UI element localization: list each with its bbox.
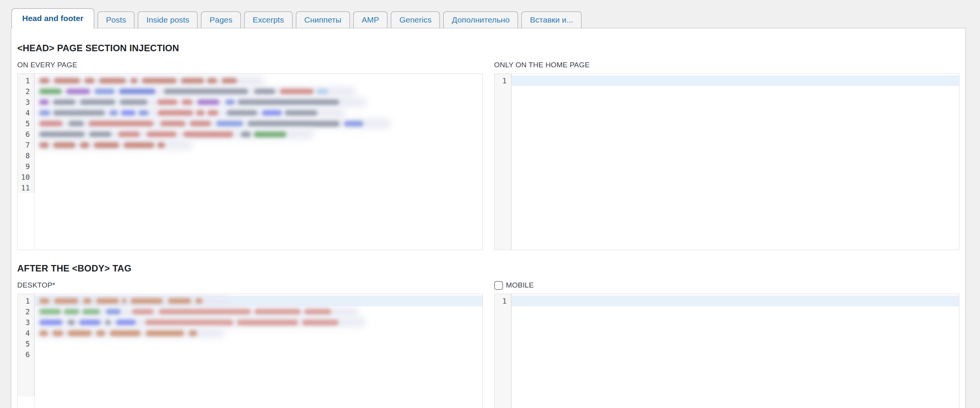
blurred-code-token bbox=[106, 309, 121, 315]
blurred-code-token bbox=[216, 121, 243, 127]
blurred-code-token bbox=[85, 78, 95, 84]
blurred-code-token bbox=[39, 309, 61, 315]
line-number: 1 bbox=[18, 296, 34, 306]
blurred-code-token bbox=[183, 132, 233, 137]
field-home-page-only: ONLY ON THE HOME PAGE 1 bbox=[494, 60, 960, 250]
tab-head-and-footer[interactable]: Head and footer bbox=[11, 8, 94, 28]
line-number: 7 bbox=[18, 140, 34, 150]
editor-code[interactable] bbox=[35, 294, 482, 408]
editor-gutter: 1 bbox=[495, 294, 511, 408]
code-line bbox=[35, 317, 482, 328]
blurred-code-token bbox=[158, 110, 193, 116]
blurred-code-token bbox=[145, 320, 233, 325]
mobile-checkbox[interactable] bbox=[494, 281, 503, 290]
blurred-code-token bbox=[122, 298, 126, 304]
on-every-page-label: ON EVERY PAGE bbox=[17, 60, 483, 70]
editor-code[interactable] bbox=[35, 74, 482, 250]
blurred-code-token bbox=[53, 99, 75, 105]
blurred-code-token bbox=[39, 298, 49, 304]
tab-дополнительно[interactable]: Дополнительно bbox=[443, 11, 518, 28]
blurred-code-token bbox=[131, 78, 137, 84]
code-editor-home-page[interactable]: 1 bbox=[494, 73, 960, 250]
blurred-code-token bbox=[146, 330, 184, 336]
after-body-row: DESKTOP* 123456 MOBILE 1 bbox=[17, 280, 959, 408]
line-number: 6 bbox=[18, 349, 34, 360]
blurred-code-token bbox=[207, 78, 217, 84]
blurred-code-token bbox=[168, 298, 191, 304]
code-line bbox=[35, 150, 482, 161]
blurred-code-token bbox=[344, 121, 363, 127]
blurred-code-token bbox=[39, 89, 62, 94]
blurred-code-token bbox=[222, 78, 237, 84]
code-line bbox=[35, 97, 482, 107]
line-number: 1 bbox=[18, 75, 34, 86]
blurred-code-token bbox=[181, 78, 204, 84]
tab-вставки-и-[interactable]: Вставки и... bbox=[521, 11, 581, 28]
blurred-code-token bbox=[99, 78, 126, 84]
line-number: 2 bbox=[18, 86, 34, 97]
tab-excerpts[interactable]: Excerpts bbox=[244, 11, 292, 28]
editor-gutter: 1 bbox=[495, 74, 511, 250]
section-title-head-injection: <HEAD> PAGE SECTION INJECTION bbox=[17, 43, 959, 54]
blurred-code-token bbox=[238, 99, 339, 105]
blurred-code-token bbox=[118, 132, 140, 137]
editor-code[interactable] bbox=[512, 74, 959, 250]
mobile-label: MOBILE bbox=[506, 281, 534, 289]
line-number: 4 bbox=[18, 328, 34, 338]
home-page-only-label: ONLY ON THE HOME PAGE bbox=[494, 60, 960, 70]
blurred-code-token bbox=[157, 142, 165, 148]
blurred-code-token bbox=[255, 309, 301, 315]
tab-generics[interactable]: Generics bbox=[391, 11, 440, 28]
code-line bbox=[35, 306, 482, 317]
blurred-code-token bbox=[82, 309, 100, 315]
line-number: 6 bbox=[18, 129, 34, 140]
blurred-code-token bbox=[39, 132, 85, 137]
section-title-after-body: AFTER THE <BODY> TAG bbox=[17, 263, 959, 274]
blurred-code-token bbox=[116, 320, 136, 325]
line-number: 5 bbox=[18, 118, 34, 129]
code-editor-every-page[interactable]: 1234567891011 bbox=[17, 73, 483, 250]
blurred-code-token bbox=[120, 99, 147, 105]
code-line bbox=[35, 172, 482, 182]
editor-code[interactable] bbox=[512, 294, 959, 408]
line-number: 9 bbox=[18, 161, 34, 172]
blurred-code-token bbox=[124, 142, 154, 148]
tab-posts[interactable]: Posts bbox=[98, 11, 135, 28]
code-line bbox=[35, 107, 482, 118]
blurred-code-token bbox=[66, 89, 90, 94]
blurred-code-token bbox=[190, 121, 211, 127]
blurred-code-token bbox=[157, 99, 177, 105]
blurred-code-token bbox=[110, 330, 140, 336]
blurred-code-token bbox=[94, 142, 119, 148]
blurred-code-token bbox=[189, 330, 197, 336]
blurred-code-token bbox=[182, 99, 193, 105]
code-editor-mobile[interactable]: 1 bbox=[494, 294, 960, 408]
editor-gutter: 123456 bbox=[18, 294, 34, 397]
tab-сниппеты[interactable]: Сниппеты bbox=[296, 11, 350, 28]
tab-pages[interactable]: Pages bbox=[201, 11, 241, 28]
blurred-code-token bbox=[68, 320, 75, 325]
line-number: 4 bbox=[18, 107, 34, 118]
desktop-label: DESKTOP* bbox=[17, 280, 483, 291]
blurred-code-token bbox=[80, 99, 115, 105]
blurred-code-token bbox=[68, 330, 91, 336]
code-line bbox=[35, 129, 482, 140]
code-line bbox=[35, 75, 482, 86]
blurred-code-token bbox=[159, 309, 251, 315]
settings-tab-bar: Head and footerPostsInside postsPagesExc… bbox=[0, 0, 980, 28]
blurred-code-token bbox=[317, 89, 328, 94]
blurred-code-token bbox=[225, 99, 235, 105]
code-line bbox=[512, 75, 959, 86]
tab-amp[interactable]: AMP bbox=[353, 11, 388, 28]
blurred-code-token bbox=[280, 89, 314, 94]
editor-gutter: 1234567891011 bbox=[18, 74, 34, 193]
blurred-code-token bbox=[109, 110, 118, 116]
line-number: 2 bbox=[18, 306, 34, 317]
code-editor-desktop[interactable]: 123456 bbox=[17, 294, 483, 408]
tab-inside-posts[interactable]: Inside posts bbox=[138, 11, 198, 28]
blurred-code-token bbox=[139, 110, 149, 116]
blurred-code-token bbox=[248, 121, 340, 127]
blurred-code-token bbox=[142, 78, 176, 84]
blurred-code-token bbox=[89, 132, 111, 137]
line-number: 1 bbox=[495, 75, 511, 86]
